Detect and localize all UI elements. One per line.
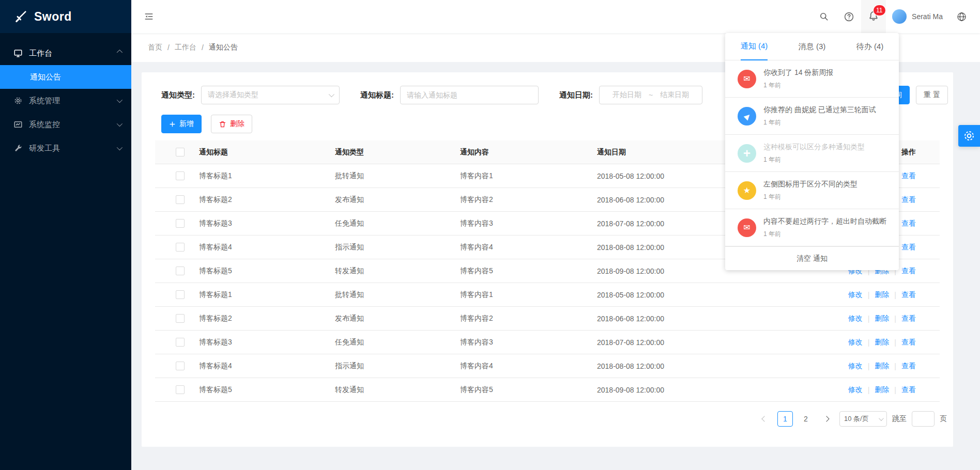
select-all-checkbox[interactable] [176,148,185,156]
notification-item[interactable]: + 这种模板可以区分多种通知类型 1 年前 [725,135,899,172]
tab-messages[interactable]: 消息 (3) [783,33,841,60]
view-link[interactable]: 查看 [901,385,916,395]
top-header: 11 Serati Ma [131,0,980,33]
send-icon: ▶ [738,107,756,126]
column-header-actions: 操作 [901,148,916,157]
delete-link[interactable]: 删除 [875,385,889,395]
row-checkbox[interactable] [176,362,185,370]
cell-content: 博客内容2 [460,195,597,205]
prev-page-button[interactable] [757,411,772,427]
breadcrumb-current: 通知公告 [209,43,238,52]
settings-fab-button[interactable] [958,125,980,147]
clear-notifications-button[interactable]: 清空 通知 [725,246,899,270]
app-title: Sword [34,10,72,24]
view-link[interactable]: 查看 [901,195,916,205]
cell-content: 博客内容1 [460,290,597,300]
page-size-select[interactable]: 10 条/页 [839,411,887,427]
notification-item[interactable]: ✉ 内容不要超过两行字，超出时自动截断 1 年前 [725,209,899,246]
row-checkbox[interactable] [176,243,185,252]
view-link[interactable]: 查看 [901,338,916,347]
row-checkbox[interactable] [176,290,185,299]
table-row: 博客标题4 指示通知 博客内容4 2018-08-08 12:00:00 修改 … [155,354,940,378]
cell-date: 2018-09-08 12:00:00 [597,386,752,394]
delete-link[interactable]: 删除 [875,338,889,347]
delete-link[interactable]: 删除 [875,314,889,323]
row-checkbox[interactable] [176,385,185,394]
action-separator: | [894,291,896,299]
breadcrumb-separator: / [167,43,170,52]
app-logo[interactable]: Sword [0,0,131,33]
jump-label: 跳至 [892,414,907,424]
row-checkbox[interactable] [176,171,185,180]
edit-link[interactable]: 修改 [848,290,863,300]
column-header-title: 通知标题 [199,148,335,157]
edit-link[interactable]: 修改 [848,314,863,323]
cell-title: 博客标题5 [199,385,335,395]
tab-todos[interactable]: 待办 (4) [841,33,899,60]
cell-title: 博客标题4 [199,243,335,252]
filter-date-label: 通知日期: [559,90,593,100]
view-link[interactable]: 查看 [901,219,916,228]
reset-button[interactable]: 重 置 [916,86,948,104]
plus-icon [169,121,176,128]
breadcrumb-separator: / [202,43,204,52]
view-link[interactable]: 查看 [901,314,916,323]
edit-link[interactable]: 修改 [848,338,863,347]
notification-item[interactable]: ★ 左侧图标用于区分不同的类型 1 年前 [725,172,899,209]
add-button-label: 新增 [179,119,194,129]
row-checkbox[interactable] [176,314,185,323]
page-button-2[interactable]: 2 [798,411,814,427]
help-icon[interactable] [836,0,861,33]
edit-link[interactable]: 修改 [848,385,863,395]
notice-title-input[interactable] [400,86,539,104]
row-checkbox[interactable] [176,267,185,275]
action-separator: | [868,315,870,323]
pagination: 1 2 10 条/页 跳至 页 [142,402,953,427]
action-separator: | [868,291,870,299]
notification-text: 你收到了 14 份新周报 [763,68,833,77]
notification-item[interactable]: ✉ 你收到了 14 份新周报 1 年前 [725,60,899,98]
sidebar-item-notice[interactable]: 通知公告 [0,65,131,89]
chevron-down-icon [117,99,121,103]
notification-text: 左侧图标用于区分不同的类型 [763,180,858,189]
sidebar-item-system-mgmt[interactable]: 系统管理 [0,89,131,113]
language-globe-icon[interactable] [949,0,974,33]
view-link[interactable]: 查看 [901,243,916,252]
add-button[interactable]: 新增 [161,115,202,133]
delete-link[interactable]: 删除 [875,362,889,371]
table-row: 博客标题2 发布通知 博客内容2 2018-06-08 12:00:00 修改 … [155,307,940,331]
view-link[interactable]: 查看 [901,171,916,181]
breadcrumb-workbench[interactable]: 工作台 [175,43,196,52]
sidebar-item-workbench[interactable]: 工作台 [0,41,131,65]
chevron-left-icon [761,416,767,421]
page-button-1[interactable]: 1 [777,411,793,427]
menu-fold-icon[interactable] [144,11,154,22]
sidebar-item-system-monitor[interactable]: 系统监控 [0,113,131,136]
search-icon[interactable] [811,0,836,33]
user-menu[interactable]: Serati Ma [886,0,949,33]
app-window: Sword 工作台 通知公告 [0,0,980,470]
cell-title: 博客标题3 [199,219,335,228]
notifications-bell-button[interactable]: 11 [861,0,886,33]
sidebar-item-label: 系统监控 [29,120,60,130]
view-link[interactable]: 查看 [901,362,916,371]
delete-link[interactable]: 删除 [875,290,889,300]
breadcrumb-home[interactable]: 首页 [148,43,162,52]
row-checkbox[interactable] [176,219,185,228]
row-checkbox[interactable] [176,195,185,204]
row-checkbox[interactable] [176,338,185,347]
notice-type-select[interactable]: 请选择通知类型 [201,86,340,104]
date-range-picker[interactable]: 开始日期 ~ 结束日期 [599,86,702,104]
view-link[interactable]: 查看 [901,290,916,300]
sidebar-item-dev-tools[interactable]: 研发工具 [0,136,131,160]
action-separator: | [868,338,870,347]
notification-item[interactable]: ▶ 你推荐的 曲妮妮 已通过第三轮面试 1 年前 [725,98,899,135]
tab-notifications[interactable]: 通知 (4) [725,33,783,60]
filter-date-group: 通知日期: 开始日期 ~ 结束日期 [559,86,702,104]
view-link[interactable]: 查看 [901,267,916,276]
next-page-button[interactable] [819,411,834,427]
delete-button[interactable]: 删除 [211,115,252,133]
icon-glyph: ★ [743,186,751,195]
jump-page-input[interactable] [912,411,935,427]
edit-link[interactable]: 修改 [848,362,863,371]
